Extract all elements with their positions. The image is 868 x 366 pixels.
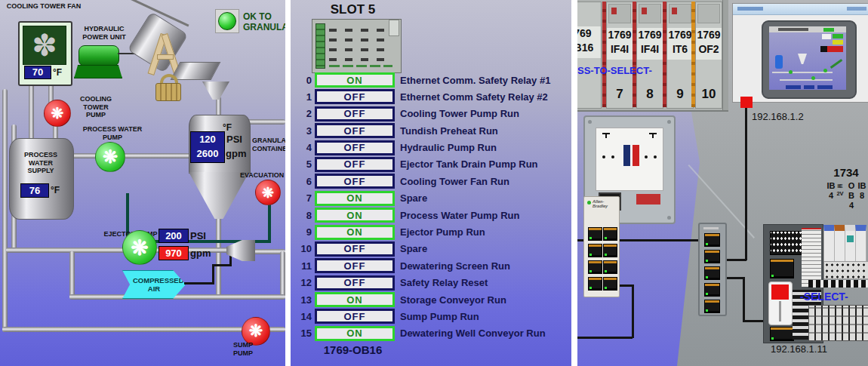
module-screws xyxy=(329,48,392,51)
pipe xyxy=(69,294,285,300)
io-select-text: -SELECT- xyxy=(800,291,848,303)
mini-footer-btn xyxy=(804,85,814,89)
evacuation-pump-icon: ❋ xyxy=(255,180,281,205)
ethernet-port xyxy=(770,259,794,278)
io-status: OFF xyxy=(315,258,395,273)
drain-line xyxy=(268,202,271,241)
cooling-tower-pump-label: COOLING TOWER PUMP xyxy=(74,95,118,119)
adapter-label-panel xyxy=(802,228,821,287)
hmi-window-title-mark xyxy=(737,7,763,11)
air-hose xyxy=(184,282,214,284)
plc-rack: 1769 OB16 1769 IF4I 7 1769 IF4I xyxy=(577,0,728,112)
io-status: ON xyxy=(315,326,395,341)
hmi-node-indicator xyxy=(740,97,753,108)
point-io-module xyxy=(845,225,856,266)
hydraulic-power-unit-label: HYDRAULIC POWER UNIT xyxy=(72,25,136,41)
ok-to-granulate-label: OK TO GRANULATE xyxy=(243,11,285,32)
ethernet-port xyxy=(588,227,602,241)
rack-module-label: 1769 OF2 xyxy=(696,28,722,60)
process-water-supply-label: PROCESS WATER SUPPLY xyxy=(15,151,66,175)
io-status: OFF xyxy=(315,309,395,324)
supply-temp-unit: °F xyxy=(51,185,60,195)
hmi-ip-label: 192.168.1.2 xyxy=(752,111,804,122)
io-column-label: IB8 xyxy=(857,181,866,201)
compact-switch xyxy=(698,223,727,316)
rack-slot-number: 8 xyxy=(637,87,663,102)
pipe xyxy=(6,248,127,253)
evacuation-pump-label: EVACUATION PUMP xyxy=(240,171,285,180)
relay-terminal-mark xyxy=(652,133,654,138)
pipe xyxy=(29,82,34,142)
fan-temp-unit: °F xyxy=(53,67,62,78)
hydraulic-motor xyxy=(78,45,119,66)
io-station-ip-label: 192.168.1.11 xyxy=(771,343,827,355)
container-flow-value: 2600 xyxy=(191,146,224,161)
relay-screw xyxy=(667,120,671,124)
supply-temp-value: 76 xyxy=(20,183,49,198)
relay-navy-block xyxy=(623,145,630,166)
ab-switch: Allen-Bradley xyxy=(583,196,620,297)
rack-module: 1769 IT6 9 xyxy=(666,2,694,109)
relay-dot xyxy=(611,155,614,158)
ethernet-port xyxy=(770,327,794,341)
ejector-flow-unit: gpm xyxy=(190,248,211,259)
point-io-module xyxy=(855,225,866,266)
red-flag xyxy=(771,284,789,300)
module-status-chip xyxy=(847,235,854,242)
mini-green-btn xyxy=(833,34,843,38)
chute xyxy=(171,62,221,80)
io-status: OFF xyxy=(315,140,395,155)
ethernet-port xyxy=(603,244,617,257)
io-column-label: IE2V xyxy=(836,183,844,198)
ok-to-granulate-light xyxy=(218,12,236,30)
io-status: ON xyxy=(315,72,395,88)
mini-footer-btn xyxy=(786,85,801,89)
mini-pump-dot xyxy=(811,76,815,80)
io-row: 9ONEjector Pump Run xyxy=(291,225,571,240)
ethernet-port xyxy=(603,277,617,291)
fan-temp-value: 70 xyxy=(24,66,51,79)
hmi-window-titlebar xyxy=(733,4,868,15)
io-status: ON xyxy=(315,208,395,223)
io-status: OFF xyxy=(315,275,395,291)
slot-title: SLOT 5 xyxy=(313,2,392,17)
ethernet-port xyxy=(603,227,617,241)
ethernet-port xyxy=(704,300,720,313)
module-catalog-number: 1769-OB16 xyxy=(313,343,392,356)
rack-module-label: 1769 OB16 xyxy=(577,26,601,58)
compressed-air-banner: COMPRESSED AIR xyxy=(122,270,186,299)
mini-pump-dot xyxy=(823,69,827,72)
mini-tank xyxy=(775,55,783,69)
ethernet-wire xyxy=(743,320,765,322)
ethernet-port xyxy=(588,244,602,257)
funnel xyxy=(202,82,229,100)
io-row: 5OFFEjector Tank Drain Pump Run xyxy=(291,157,571,172)
io-status: OFF xyxy=(315,123,395,138)
ethernet-wire xyxy=(632,284,634,338)
io-row: 2OFFCooling Tower Pump Run xyxy=(291,106,571,121)
point-io-module xyxy=(823,225,835,266)
relay-screw xyxy=(667,216,671,220)
relay-faceplate xyxy=(596,128,663,191)
lock-icon-body xyxy=(155,83,181,101)
rack-slot-number: 10 xyxy=(696,87,722,102)
ladle-stand-bar xyxy=(157,54,174,60)
fan-icon: ✽ xyxy=(23,26,66,65)
io-row: 7ONSpare xyxy=(291,191,571,206)
process-water-pump-label: PROCESS WATER PUMP xyxy=(82,125,143,141)
mini-white-box xyxy=(822,34,831,39)
io-status: OFF xyxy=(315,89,395,104)
status-flag-slider xyxy=(768,281,793,325)
terminal-grid-rows xyxy=(809,306,868,340)
rack-latch xyxy=(633,2,636,107)
module-screws xyxy=(329,38,392,42)
ethernet-wire xyxy=(577,337,633,339)
pipe xyxy=(280,251,285,298)
io-station-family: 1734 xyxy=(826,166,866,179)
pipe xyxy=(246,119,285,125)
mini-yellow-btn xyxy=(833,40,843,45)
ethernet-port xyxy=(588,277,602,291)
io-status: ON xyxy=(315,292,395,307)
mini-line xyxy=(780,79,833,81)
io-row: 14OFFSump Pump Run xyxy=(291,309,571,324)
